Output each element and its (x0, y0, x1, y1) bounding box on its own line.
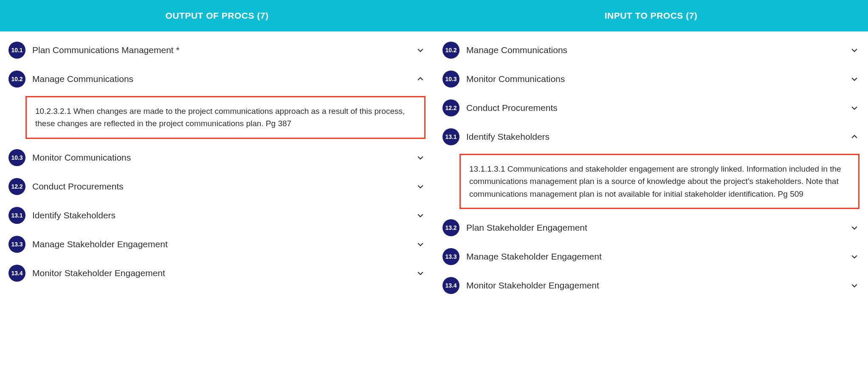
input-items-list: 10.2Manage Communications10.3Monitor Com… (434, 31, 868, 308)
process-label: Monitor Stakeholder Engagement (32, 268, 415, 278)
accordion-item[interactable]: 10.2Manage Communications (442, 36, 860, 65)
input-column: 10.2Manage Communications10.3Monitor Com… (434, 31, 868, 308)
process-badge: 13.1 (442, 128, 459, 145)
process-label: Plan Communications Management * (32, 45, 415, 55)
chevron-down-icon (415, 153, 426, 163)
process-badge: 10.2 (8, 71, 25, 88)
process-badge: 10.2 (442, 42, 459, 59)
process-badge: 13.3 (442, 248, 459, 265)
chevron-down-icon (849, 103, 860, 113)
accordion-item[interactable]: 13.4Monitor Stakeholder Engagement (442, 271, 860, 300)
chevron-down-icon (415, 210, 426, 220)
chevron-down-icon (849, 223, 860, 233)
chevron-up-icon (415, 74, 426, 84)
chevron-down-icon (415, 268, 426, 278)
chevron-down-icon (849, 280, 860, 291)
accordion-item[interactable]: 10.1Plan Communications Management * (8, 36, 426, 65)
chevron-down-icon (415, 239, 426, 249)
process-badge: 12.2 (442, 99, 459, 116)
chevron-down-icon (849, 74, 860, 84)
accordion-item[interactable]: 10.2Manage Communications (8, 65, 426, 93)
accordion-item[interactable]: 12.2Conduct Procurements (442, 93, 860, 122)
accordion-item[interactable]: 13.3Manage Stakeholder Engagement (8, 230, 426, 259)
accordion-item[interactable]: 10.3Monitor Communications (442, 65, 860, 93)
process-badge: 13.4 (8, 265, 25, 282)
process-badge: 13.3 (8, 236, 25, 253)
chevron-down-icon (415, 45, 426, 55)
process-label: Manage Communications (32, 74, 415, 84)
accordion-item[interactable]: 13.3Manage Stakeholder Engagement (442, 242, 860, 271)
accordion-item[interactable]: 12.2Conduct Procurements (8, 172, 426, 201)
process-label: Monitor Communications (466, 74, 849, 84)
accordion-item[interactable]: 10.3Monitor Communications (8, 143, 426, 172)
process-badge: 13.1 (8, 207, 25, 224)
output-items-list: 10.1Plan Communications Management *10.2… (0, 31, 434, 296)
chevron-down-icon (849, 251, 860, 262)
process-badge: 10.3 (8, 149, 25, 166)
process-label: Monitor Communications (32, 153, 415, 163)
process-label: Manage Communications (466, 45, 849, 55)
process-badge: 10.3 (442, 71, 459, 88)
accordion-item[interactable]: 13.1Identify Stakeholders (8, 201, 426, 230)
process-label: Manage Stakeholder Engagement (32, 239, 415, 249)
process-badge: 10.1 (8, 42, 25, 59)
chevron-down-icon (849, 45, 860, 55)
process-label: Plan Stakeholder Engagement (466, 223, 849, 233)
process-label: Identify Stakeholders (32, 210, 415, 220)
process-label: Monitor Stakeholder Engagement (466, 280, 849, 291)
accordion-item[interactable]: 13.4Monitor Stakeholder Engagement (8, 259, 426, 288)
detail-box: 10.2.3.2.1 When changes are made to the … (25, 96, 426, 139)
columns-container: 10.1Plan Communications Management *10.2… (0, 31, 868, 308)
detail-box: 13.1.1.3.1 Communications and stakeholde… (459, 154, 860, 209)
process-badge: 12.2 (8, 178, 25, 195)
accordion-item[interactable]: 13.2Plan Stakeholder Engagement (442, 213, 860, 242)
process-badge: 13.4 (442, 277, 459, 294)
header-row: OUTPUT OF PROCS (7) INPUT TO PROCS (7) (0, 0, 868, 31)
process-label: Manage Stakeholder Engagement (466, 251, 849, 262)
process-label: Identify Stakeholders (466, 132, 849, 142)
process-label: Conduct Procurements (32, 181, 415, 192)
chevron-down-icon (415, 181, 426, 192)
output-column: 10.1Plan Communications Management *10.2… (0, 31, 434, 308)
accordion-item[interactable]: 13.1Identify Stakeholders (442, 122, 860, 151)
process-badge: 13.2 (442, 219, 459, 236)
header-left: OUTPUT OF PROCS (7) (0, 11, 434, 21)
process-label: Conduct Procurements (466, 103, 849, 113)
header-right: INPUT TO PROCS (7) (434, 11, 868, 21)
chevron-up-icon (849, 132, 860, 142)
